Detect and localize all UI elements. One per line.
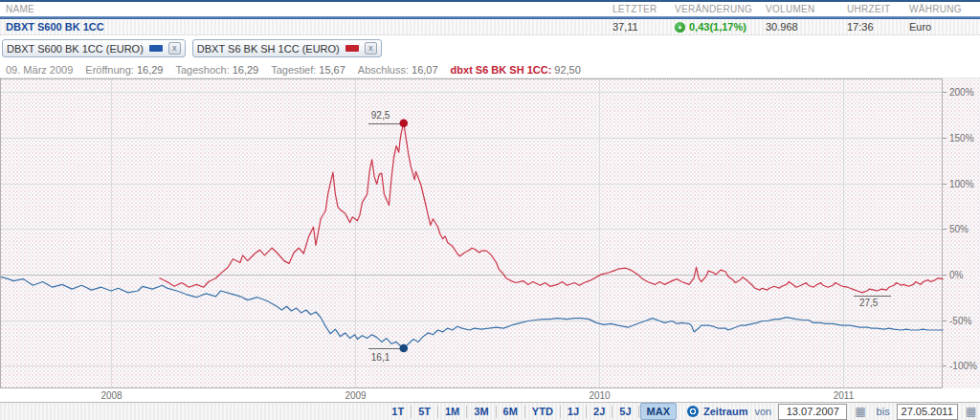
- period-button-ytd[interactable]: YTD: [525, 403, 560, 420]
- y-tick-label: 0%: [949, 270, 964, 280]
- info-value: 16,29: [233, 64, 259, 76]
- annotation-label: 27,5: [859, 298, 879, 308]
- period-button-1j[interactable]: 1J: [561, 403, 586, 420]
- last-price: 37,11: [612, 21, 675, 33]
- change-up-icon: ▲: [675, 22, 685, 33]
- calendar-icon[interactable]: ▦: [855, 406, 865, 418]
- column-header-waehrung: WÄHRUNG: [909, 4, 980, 14]
- close-icon[interactable]: x: [365, 42, 377, 55]
- info-label: Tagestief:: [271, 64, 316, 76]
- info-short-series: dbxt S6 BK SH 1CC:92,50: [451, 64, 581, 76]
- info-value: 15,67: [319, 64, 345, 76]
- instrument-name-link[interactable]: DBXT S600 BK 1CC: [0, 21, 612, 33]
- period-button-3m[interactable]: 3M: [467, 403, 495, 420]
- currency-value: Euro: [909, 21, 980, 33]
- period-button-5j[interactable]: 5J: [612, 403, 637, 420]
- x-tick-label: 2009: [345, 390, 367, 401]
- y-tick-label: 150%: [949, 133, 974, 144]
- period-button-1t[interactable]: 1T: [385, 403, 411, 420]
- info-tagestief: Tagestief:15,67: [271, 64, 345, 76]
- period-button-2j[interactable]: 2J: [587, 403, 612, 420]
- info-eroeffnung: Eröffnung:16,29: [85, 64, 163, 76]
- x-tick-label: 2008: [100, 390, 122, 401]
- period-button-5t[interactable]: 5T: [412, 403, 437, 420]
- period-button-1m[interactable]: 1M: [438, 403, 466, 420]
- annotation-label: 92,5: [371, 110, 390, 121]
- chart-toolbar: 1T5T1M3M6MYTD1J2J5JMAX Zeitraum von ▦ bi…: [0, 402, 980, 420]
- change-value: 0,43(1,17%): [689, 21, 746, 33]
- date-to-input[interactable]: [897, 404, 958, 420]
- y-tick-label: 200%: [949, 87, 974, 98]
- zeitraum-label[interactable]: Zeitraum: [703, 406, 747, 417]
- period-button-max[interactable]: MAX: [640, 403, 677, 420]
- annotation-label: 16,1: [371, 352, 390, 363]
- x-tick-label: 2011: [834, 390, 855, 401]
- price-chart[interactable]: 2008200920102011200%150%100%50%0%-50%-10…: [0, 78, 980, 402]
- volume-value: 30.968: [766, 21, 847, 33]
- date-from-input[interactable]: [778, 404, 847, 420]
- column-header-uhrzeit: UHRZEIT: [847, 4, 909, 14]
- info-short-label: dbxt S6 BK SH 1CC:: [451, 64, 552, 76]
- series-chips-row: DBXT S600 BK 1CC (EURO) x DBXT S6 BK SH …: [0, 35, 980, 61]
- chart-canvas[interactable]: 2008200920102011200%150%100%50%0%-50%-10…: [0, 78, 980, 402]
- y-tick-label: 100%: [949, 179, 974, 189]
- annotation-dot: [399, 344, 408, 353]
- series-line-index: [1, 277, 943, 348]
- info-value: 16,29: [137, 64, 164, 76]
- x-tick-label: 2010: [589, 390, 611, 401]
- series-chip-label: DBXT S600 BK 1CC (EURO): [7, 43, 144, 55]
- series-chip-index: DBXT S600 BK 1CC (EURO) x: [2, 39, 186, 57]
- zeitraum-group: Zeitraum von ▦ bis ▦: [687, 404, 980, 420]
- series-color-swatch-red: [345, 45, 359, 52]
- toolbar-separator: [638, 406, 639, 418]
- bis-label: bis: [877, 406, 890, 417]
- y-tick-label: -100%: [949, 361, 977, 371]
- info-label: Eröffnung:: [85, 64, 134, 76]
- calendar-icon[interactable]: ▦: [966, 406, 976, 418]
- quote-chart-panel: NAME LETZTER VERÄNDERUNG VOLUMEN UHRZEIT…: [0, 0, 980, 420]
- plot-border: [1, 79, 943, 388]
- info-value: 16,07: [412, 64, 438, 76]
- crosshair-info-bar: 09. März 2009 Eröffnung:16,29 Tageshoch:…: [0, 61, 980, 78]
- column-header-veraenderung: VERÄNDERUNG: [675, 4, 766, 14]
- table-row[interactable]: DBXT S600 BK 1CC 37,11 ▲ 0,43(1,17%) 30.…: [0, 19, 980, 35]
- close-icon[interactable]: x: [168, 42, 181, 55]
- von-label: von: [755, 406, 772, 417]
- info-abschluss: Abschluss:16,07: [358, 64, 438, 76]
- info-label: Tageshoch:: [175, 64, 229, 76]
- y-tick-label: -50%: [949, 316, 971, 326]
- series-chip-label: DBXT S6 BK SH 1CC (EURO): [197, 43, 340, 55]
- time-value: 17:36: [847, 21, 909, 33]
- column-header-volumen: VOLUMEN: [766, 4, 847, 14]
- info-date: 09. März 2009: [6, 64, 73, 76]
- series-line-short: [160, 123, 943, 293]
- column-header-name: NAME: [0, 4, 612, 14]
- y-tick-label: 50%: [949, 224, 969, 234]
- quote-table-header: NAME LETZTER VERÄNDERUNG VOLUMEN UHRZEIT…: [0, 2, 980, 16]
- annotation-dot: [399, 119, 408, 127]
- series-color-swatch-blue: [149, 45, 163, 52]
- series-chip-short: DBXT S6 BK SH 1CC (EURO) x: [192, 39, 382, 57]
- zeitraum-icon[interactable]: [687, 406, 699, 417]
- info-tageshoch: Tageshoch:16,29: [175, 64, 258, 76]
- info-label: Abschluss:: [358, 64, 409, 76]
- info-short-value: 92,50: [554, 64, 581, 76]
- column-header-letzter: LETZTER: [612, 4, 675, 14]
- change-cell: ▲ 0,43(1,17%): [675, 21, 766, 33]
- period-button-6m[interactable]: 6M: [497, 403, 524, 420]
- period-buttons: 1T5T1M3M6MYTD1J2J5JMAX: [385, 403, 678, 420]
